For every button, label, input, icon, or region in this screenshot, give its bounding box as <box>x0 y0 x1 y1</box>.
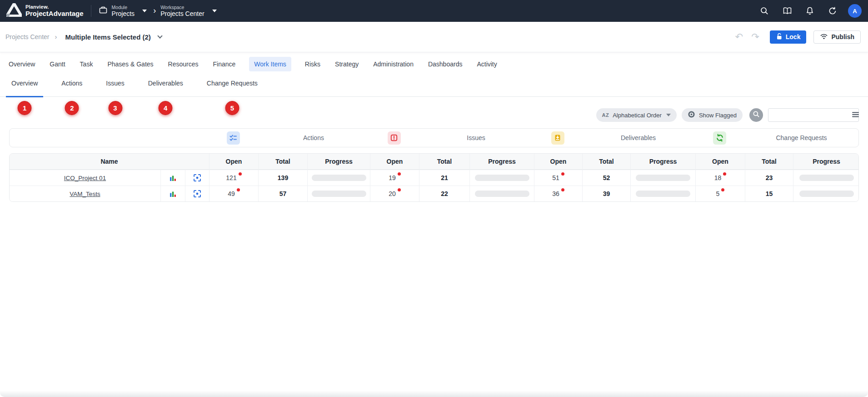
menu-icon[interactable] <box>852 111 859 119</box>
brand-line2: ProjectAdvantage <box>25 10 84 17</box>
cr-open-value: 5 <box>716 190 720 197</box>
tab-finance[interactable]: Finance <box>212 57 237 71</box>
actions-progress-bar <box>312 191 366 197</box>
group-label-deliverables: Deliverables <box>582 134 695 141</box>
project-name-link[interactable]: VAM_Tests <box>70 191 100 197</box>
subtab-deliverables[interactable]: Deliverables 4 <box>143 76 189 97</box>
chevron-down-icon <box>142 10 147 12</box>
breadcrumb-bar: Projects Center › Multiple Items Selecte… <box>0 22 868 52</box>
cr-open-value: 18 <box>714 174 722 181</box>
redo-icon[interactable]: ↷ <box>751 31 759 42</box>
search-icon <box>753 111 760 120</box>
cr-progress-bar <box>799 191 854 197</box>
tab-administration[interactable]: Administration <box>372 57 414 71</box>
column-header-issues-open[interactable]: Open <box>370 154 419 170</box>
column-header-deliverables-progress[interactable]: Progress <box>631 154 696 170</box>
group-label-change-requests: Change Requests <box>744 134 858 141</box>
cr-progress-bar <box>799 175 854 181</box>
column-header-actions-progress[interactable]: Progress <box>308 154 370 170</box>
module-value: Projects <box>112 10 135 17</box>
issues-open-value: 19 <box>389 174 396 181</box>
flag-dot <box>237 188 240 191</box>
flag-dot <box>398 172 401 176</box>
workspace-selector[interactable]: Workspace Projects Center <box>160 5 216 17</box>
subtab-overview[interactable]: Overview 1 <box>6 76 43 97</box>
workspace-label: Workspace <box>160 5 204 10</box>
brand-text: Planview. ProjectAdvantage <box>25 5 84 17</box>
tab-risks[interactable]: Risks <box>304 57 321 71</box>
refresh-icon[interactable] <box>824 3 841 19</box>
focus-icon[interactable] <box>185 170 209 186</box>
main-tab-bar: Overview Gantt Task Phases & Gates Resou… <box>0 52 868 76</box>
show-flagged-label: Show Flagged <box>699 112 737 119</box>
table-row: VAM_Tests 49 57 20 <box>10 186 858 201</box>
flag-dot <box>561 188 564 191</box>
avatar[interactable]: A <box>848 4 862 18</box>
column-header-actions-total[interactable]: Total <box>259 154 308 170</box>
subtab-issues[interactable]: Issues 3 <box>100 76 130 97</box>
search-icon[interactable] <box>756 3 773 19</box>
project-name-link[interactable]: ICO_Project 01 <box>64 175 106 181</box>
issues-progress-bar <box>475 191 529 197</box>
actions-progress-bar <box>312 175 366 181</box>
tab-strategy[interactable]: Strategy <box>334 57 359 71</box>
flag-dot <box>398 188 401 191</box>
sort-order-dropdown[interactable]: AZ Alphabetical Order <box>596 108 677 122</box>
search-input[interactable] <box>772 112 852 119</box>
show-flagged-toggle[interactable]: Show Flagged <box>682 108 743 122</box>
column-header-cr-total[interactable]: Total <box>745 154 793 170</box>
subtab-change-requests-label: Change Requests <box>207 80 258 87</box>
tab-phases-gates[interactable]: Phases & Gates <box>106 57 154 71</box>
actions-open-value: 49 <box>228 190 235 197</box>
column-header-cr-progress[interactable]: Progress <box>793 154 859 170</box>
column-header-name[interactable]: Name <box>10 154 210 170</box>
subtab-actions[interactable]: Actions 2 <box>56 76 88 97</box>
column-header-deliverables-total[interactable]: Total <box>583 154 631 170</box>
flag-dot <box>561 172 564 176</box>
deliverables-open-value: 51 <box>552 174 559 181</box>
breadcrumb-parent[interactable]: Projects Center <box>5 33 49 40</box>
bar-chart-icon[interactable] <box>161 170 185 186</box>
flag-dot <box>721 188 724 191</box>
annotation-badge-1: 1 <box>18 101 32 115</box>
column-header-issues-total[interactable]: Total <box>419 154 470 170</box>
selection-chevron-down-icon[interactable] <box>157 33 162 38</box>
tab-activity[interactable]: Activity <box>476 57 498 71</box>
column-header-issues-progress[interactable]: Progress <box>470 154 534 170</box>
flag-dot <box>239 172 242 176</box>
publish-button[interactable]: Publish <box>813 30 861 44</box>
chevron-down-icon <box>666 114 671 116</box>
annotation-badge-2: 2 <box>65 101 79 115</box>
eye-icon <box>688 111 695 120</box>
actions-open-value: 121 <box>226 174 236 181</box>
undo-icon[interactable]: ↶ <box>735 31 743 42</box>
column-header-actions-open[interactable]: Open <box>210 154 259 170</box>
work-item-group-header: Actions Issues Deliverables <box>9 128 859 147</box>
search-button[interactable] <box>749 108 763 122</box>
column-header-deliverables-open[interactable]: Open <box>534 154 583 170</box>
sub-tab-bar: Overview 1 Actions 2 Issues 3 Deliverabl… <box>0 76 868 97</box>
group-label-actions: Actions <box>258 134 369 141</box>
bar-chart-icon[interactable] <box>161 186 185 201</box>
tab-overview[interactable]: Overview <box>8 57 36 71</box>
wifi-icon <box>820 33 828 41</box>
book-icon[interactable] <box>779 3 795 19</box>
tab-resources[interactable]: Resources <box>167 57 200 71</box>
tab-work-items[interactable]: Work Items <box>249 57 291 71</box>
table-header-row: Name Open Total Progress Open Total Prog… <box>10 154 858 170</box>
bell-icon[interactable] <box>802 3 818 19</box>
module-selector[interactable]: Module Projects <box>99 5 147 17</box>
subtab-change-requests[interactable]: Change Requests 5 <box>201 76 263 97</box>
lock-button[interactable]: Lock <box>770 30 807 44</box>
chevron-down-icon <box>212 10 217 12</box>
table-row: ICO_Project 01 121 139 <box>10 170 858 186</box>
tab-task[interactable]: Task <box>79 57 94 71</box>
actions-total-value: 57 <box>259 186 308 201</box>
issues-open-value: 20 <box>389 190 396 197</box>
focus-icon[interactable] <box>185 186 209 201</box>
tab-dashboards[interactable]: Dashboards <box>427 57 464 71</box>
column-header-cr-open[interactable]: Open <box>696 154 745 170</box>
tab-gantt[interactable]: Gantt <box>49 57 66 71</box>
issues-total-value: 21 <box>419 170 470 186</box>
breadcrumb-current: Multiple Items Selected (2) <box>65 33 150 41</box>
